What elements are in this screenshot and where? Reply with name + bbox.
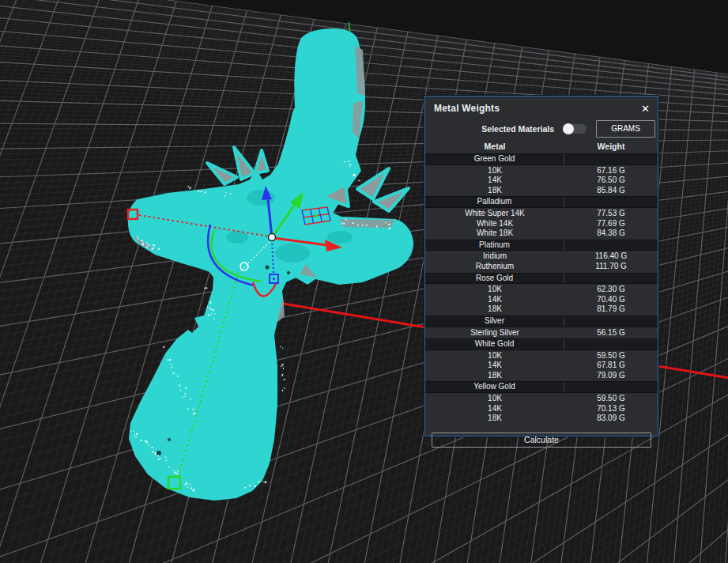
speckle bbox=[152, 247, 153, 249]
speckle bbox=[189, 483, 190, 485]
table-row[interactable]: 18K85.84 G bbox=[425, 186, 658, 196]
speckle bbox=[153, 244, 154, 246]
table-section-header[interactable]: Yellow Gold bbox=[425, 381, 658, 393]
weight-cell: 116.40 G bbox=[564, 251, 658, 262]
metal-cell: White 18K bbox=[425, 229, 564, 239]
speckle bbox=[151, 447, 153, 448]
speckle bbox=[178, 470, 179, 471]
speckle bbox=[209, 315, 209, 316]
gizmo-origin-handle[interactable] bbox=[269, 234, 276, 241]
speckle bbox=[376, 226, 378, 228]
speckle bbox=[193, 414, 194, 415]
speckle bbox=[185, 393, 186, 395]
table-row[interactable]: 10K62.30 G bbox=[425, 285, 658, 295]
speckle bbox=[187, 486, 187, 488]
speckle bbox=[226, 192, 227, 193]
speckle bbox=[134, 434, 135, 435]
speckle bbox=[211, 313, 212, 314]
table-row[interactable]: Sterling Silver56.15 G bbox=[425, 328, 658, 338]
mesh-hole bbox=[287, 271, 290, 274]
table-row[interactable]: 10K59.50 G bbox=[425, 351, 658, 361]
weight-cell: 111.70 G bbox=[564, 262, 658, 272]
weight-cell: 70.13 G bbox=[564, 404, 658, 414]
speckle bbox=[141, 440, 142, 441]
table-section-header[interactable]: White Gold bbox=[425, 338, 658, 350]
speckle bbox=[146, 247, 148, 248]
table-row[interactable]: Iridium116.40 G bbox=[425, 251, 658, 262]
table-section-header[interactable]: Rose Gold bbox=[425, 273, 658, 285]
speckle bbox=[255, 486, 255, 486]
weight-cell: 81.79 G bbox=[564, 304, 658, 315]
dark-mottle bbox=[226, 231, 248, 244]
weight-cell: 79.09 G bbox=[564, 371, 658, 381]
speckle bbox=[349, 164, 351, 165]
viewport-3d[interactable]: Metal Weights ✕ Selected Materials GRAMS… bbox=[0, 0, 728, 563]
blue-handle-dot bbox=[273, 278, 275, 280]
table-row[interactable]: Ruthenium111.70 G bbox=[425, 262, 658, 272]
speckle bbox=[193, 489, 195, 491]
calculate-button[interactable]: Calculate bbox=[432, 433, 651, 448]
dark-mottle bbox=[275, 244, 310, 263]
speckle bbox=[350, 166, 351, 167]
speckle bbox=[137, 236, 138, 237]
speckle bbox=[186, 483, 187, 484]
table-row[interactable]: 18K83.09 G bbox=[425, 414, 658, 424]
table-section-header[interactable]: Palladium bbox=[425, 196, 658, 208]
table-row[interactable]: White 18K84.38 G bbox=[425, 229, 658, 239]
speckle bbox=[163, 346, 164, 348]
metal-cell: 18K bbox=[425, 304, 564, 315]
table-row[interactable]: 14K67.81 G bbox=[425, 361, 658, 371]
speckle bbox=[138, 238, 139, 240]
speckle bbox=[188, 186, 190, 187]
speckle bbox=[207, 306, 208, 307]
weight-cell: 77.69 G bbox=[564, 219, 658, 229]
close-icon[interactable]: ✕ bbox=[641, 104, 650, 114]
table-column-headers: Metal Weight bbox=[425, 139, 658, 153]
table-section-header[interactable]: Silver bbox=[425, 316, 658, 327]
dialog-controls: Selected Materials GRAMS bbox=[425, 118, 658, 139]
table-row[interactable]: 14K70.40 G bbox=[425, 295, 658, 305]
speckle bbox=[353, 222, 354, 224]
speckle bbox=[148, 244, 149, 246]
speckle bbox=[281, 374, 283, 376]
speckle bbox=[157, 455, 159, 456]
speckle bbox=[154, 453, 155, 454]
table-section-header[interactable]: Platinum bbox=[425, 240, 658, 251]
speckle bbox=[385, 222, 386, 223]
speckle bbox=[344, 161, 345, 162]
speckle bbox=[189, 188, 190, 189]
section-name: Palladium bbox=[425, 197, 564, 207]
widget-center-dot bbox=[315, 214, 318, 217]
speckle bbox=[209, 301, 211, 303]
table-row[interactable]: 14K76.50 G bbox=[425, 176, 658, 186]
table-row[interactable]: 10K67.16 G bbox=[425, 166, 658, 176]
speckle bbox=[284, 387, 285, 388]
table-section-header[interactable]: Green Gold bbox=[425, 153, 658, 165]
speckle bbox=[282, 348, 283, 349]
unit-button[interactable]: GRAMS bbox=[596, 120, 655, 138]
table-row[interactable]: 14K70.13 G bbox=[425, 404, 658, 414]
metal-cell: White Super 14K bbox=[425, 209, 564, 219]
table-row[interactable]: White 14K77.69 G bbox=[425, 219, 658, 229]
metal-weights-dialog: Metal Weights ✕ Selected Materials GRAMS… bbox=[424, 96, 658, 436]
speckle bbox=[133, 430, 134, 431]
table-row[interactable]: 18K79.09 G bbox=[425, 371, 658, 381]
speckle bbox=[249, 485, 251, 486]
dialog-title: Metal Weights bbox=[434, 103, 500, 114]
weight-column-header: Weight bbox=[564, 142, 658, 151]
speckle bbox=[201, 191, 202, 192]
speckle bbox=[214, 313, 215, 314]
speckle bbox=[158, 248, 160, 250]
table-row[interactable]: 18K81.79 G bbox=[425, 304, 658, 315]
speckle bbox=[154, 245, 155, 247]
speckle bbox=[190, 399, 191, 399]
speckle bbox=[263, 482, 264, 482]
speckle bbox=[136, 433, 138, 435]
metal-cell: 10K bbox=[425, 394, 564, 404]
table-row[interactable]: White Super 14K77.53 G bbox=[425, 209, 658, 219]
table-row[interactable]: 10K59.50 G bbox=[425, 394, 658, 404]
speckle bbox=[172, 367, 173, 368]
speckle bbox=[185, 387, 187, 388]
selected-materials-toggle[interactable] bbox=[564, 124, 587, 134]
metal-cell: Sterling Silver bbox=[425, 328, 564, 338]
